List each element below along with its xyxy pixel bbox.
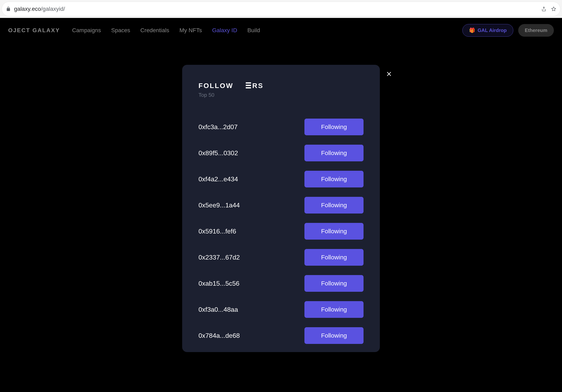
svg-text:FOLLOW: FOLLOW (199, 82, 233, 90)
svg-marker-1 (552, 7, 556, 11)
following-button[interactable]: Following (304, 223, 363, 240)
follower-row: 0xfc3a...2d07Following (199, 119, 363, 135)
follower-row: 0x2337...67d2Following (199, 249, 363, 266)
follower-address[interactable]: 0xf3a0...48aa (199, 306, 238, 313)
modal-title: FOLLOW RS (199, 81, 363, 92)
following-button[interactable]: Following (304, 197, 363, 214)
follower-row: 0xf4a2...e434Following (199, 171, 363, 187)
svg-rect-4 (246, 85, 251, 86)
svg-text:RS: RS (252, 82, 263, 90)
follower-row: 0x89f5...0302Following (199, 145, 363, 161)
svg-rect-5 (246, 87, 251, 88)
following-button[interactable]: Following (304, 119, 363, 135)
followers-title-svg: FOLLOW RS (199, 81, 268, 90)
follower-row: 0x5ee9...1a44Following (199, 197, 363, 214)
follower-address[interactable]: 0x5ee9...1a44 (199, 201, 240, 209)
follower-address[interactable]: 0x5916...fef6 (199, 228, 236, 235)
follower-row: 0xf3a0...48aaFollowing (199, 301, 363, 318)
following-button[interactable]: Following (304, 145, 363, 161)
following-button[interactable]: Following (304, 301, 363, 318)
following-button[interactable]: Following (304, 249, 363, 266)
follower-row: 0x5916...fef6Following (199, 223, 363, 240)
svg-rect-3 (246, 82, 251, 83)
modal-subtitle: Top 50 (199, 92, 363, 98)
follower-row: 0x784a...de68Following (199, 327, 363, 344)
url-display: galaxy.eco/galaxyid/ (14, 6, 541, 12)
follower-list: 0xfc3a...2d07Following0x89f5...0302Follo… (199, 119, 363, 344)
app-container: OJECT GALAXY CampaignsSpacesCredentialsM… (0, 18, 562, 392)
follower-row: 0xab15...5c56Following (199, 275, 363, 292)
url-path: /galaxyid/ (41, 6, 65, 12)
follower-address[interactable]: 0x2337...67d2 (199, 254, 240, 261)
follower-address[interactable]: 0xab15...5c56 (199, 280, 239, 287)
following-button[interactable]: Following (304, 275, 363, 292)
modal-overlay: FOLLOW RS Top 50 0xfc3a...2d07Following0… (0, 18, 562, 392)
follower-address[interactable]: 0x89f5...0302 (199, 149, 238, 157)
close-icon (385, 70, 393, 78)
star-icon[interactable] (551, 7, 556, 12)
lock-icon (6, 7, 11, 12)
url-domain: galaxy.eco (14, 6, 41, 12)
share-icon[interactable] (541, 7, 546, 12)
follower-address[interactable]: 0xf4a2...e434 (199, 175, 238, 183)
following-button[interactable]: Following (304, 171, 363, 187)
browser-actions (541, 7, 556, 12)
browser-address-bar[interactable]: galaxy.eco/galaxyid/ (2, 2, 560, 16)
close-button[interactable] (384, 69, 394, 79)
modal-wrapper: FOLLOW RS Top 50 0xfc3a...2d07Following0… (182, 65, 380, 352)
following-button[interactable]: Following (304, 327, 363, 344)
follower-address[interactable]: 0xfc3a...2d07 (199, 123, 238, 131)
followers-modal: FOLLOW RS Top 50 0xfc3a...2d07Following0… (182, 65, 380, 352)
follower-address[interactable]: 0x784a...de68 (199, 332, 240, 339)
